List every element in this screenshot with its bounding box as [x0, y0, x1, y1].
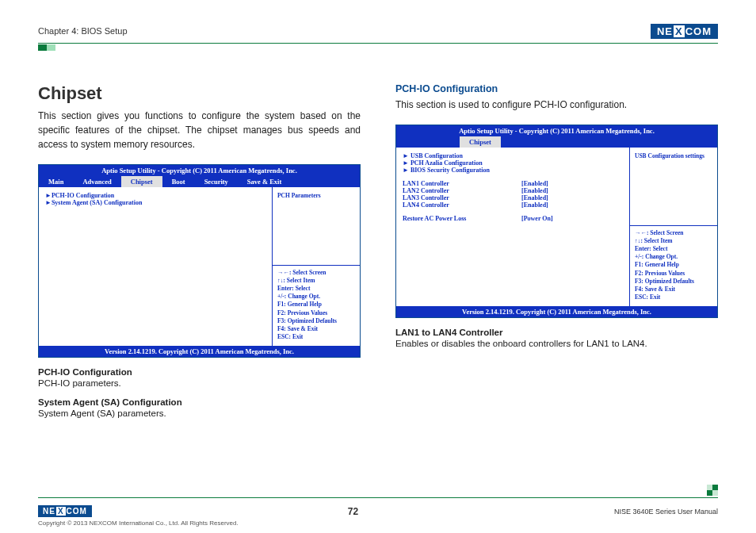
bios-title-2: Aptio Setup Utility - Copyright (C) 2011… — [396, 125, 717, 136]
copyright: Copyright © 2013 NEXCOM International Co… — [38, 520, 239, 527]
def-desc-lan: Enables or disables the onboard controll… — [395, 339, 718, 348]
pch-io-intro: This section is used to configure PCH-IO… — [395, 98, 718, 112]
section-title-chipset: Chipset — [38, 83, 361, 104]
chipset-intro: This section gives you functions to conf… — [38, 109, 361, 151]
bios-row-lan1[interactable]: LAN1 Controller[Enabled] — [403, 180, 623, 187]
bios-submenu-security[interactable]: ► BIOS Security Configuration — [403, 167, 623, 174]
bios-tab-row: Main Advanced Chipset Boot Security Save… — [39, 176, 360, 187]
bios-legend-2: →←: Select Screen ↑↓: Select Item Enter:… — [635, 229, 712, 301]
footer-brand-logo: NEXCOM — [38, 505, 92, 517]
page-number: 72 — [348, 506, 358, 517]
bios-tab-boot[interactable]: Boot — [162, 176, 195, 187]
bios-screenshot-pch-io: Aptio Setup Utility - Copyright (C) 2011… — [395, 125, 718, 318]
bios-side-hint: PCH Parameters — [277, 192, 355, 199]
bios-submenu-azalia[interactable]: ► PCH Azalia Configuration — [403, 159, 623, 167]
bios-side-hint-2: USB Configuration settings — [635, 152, 712, 159]
bios-menu-pch-io[interactable]: ►PCH-IO Configuration — [45, 192, 265, 199]
bios-row-lan4[interactable]: LAN4 Controller[Enabled] — [403, 201, 623, 209]
brand-logo: NEXCOM — [651, 24, 718, 39]
doc-title: NISE 3640E Series User Manual — [614, 508, 718, 516]
bios-tab-security[interactable]: Security — [195, 176, 238, 187]
bios-screenshot-chipset: Aptio Setup Utility - Copyright (C) 2011… — [38, 164, 361, 358]
corner-mark-bottom-right — [707, 485, 718, 496]
bios-footer-2: Version 2.14.1219. Copyright (C) 2011 Am… — [396, 306, 717, 317]
corner-mark-top-left — [38, 44, 55, 51]
bios-submenu-usb[interactable]: ► USB Configuration — [403, 152, 623, 159]
def-head-lan: LAN1 to LAN4 Controller — [395, 328, 718, 337]
brand-right: COM — [685, 25, 712, 37]
bios-tab-advanced[interactable]: Advanced — [73, 176, 120, 187]
bios-row-lan2[interactable]: LAN2 Controller[Enabled] — [403, 187, 623, 194]
brand-x: X — [674, 25, 685, 37]
def-head-sa: System Agent (SA) Configuration — [38, 397, 361, 407]
brand-left: NE — [657, 25, 673, 37]
bios-title: Aptio Setup Utility - Copyright (C) 2011… — [39, 165, 360, 176]
bios-tab-main[interactable]: Main — [39, 176, 73, 187]
section-title-pch-io: PCH-IO Configuration — [395, 83, 718, 94]
bios-footer: Version 2.14.1219. Copyright (C) 2011 Am… — [39, 346, 360, 357]
bios-tab-row-2: Chipset — [396, 136, 717, 148]
chapter-label: Chapter 4: BIOS Setup — [38, 26, 128, 36]
bios-menu-system-agent[interactable]: ►System Agent (SA) Configuration — [45, 199, 265, 206]
bios-tab-chipset-2[interactable]: Chipset — [460, 136, 501, 148]
bios-tab-chipset[interactable]: Chipset — [121, 176, 162, 187]
def-desc-sa: System Agent (SA) parameters. — [38, 408, 361, 418]
def-head-pch-io: PCH-IO Configuration — [38, 367, 361, 377]
bios-tab-save-exit[interactable]: Save & Exit — [238, 176, 291, 187]
def-desc-pch-io: PCH-IO parameters. — [38, 378, 361, 388]
bios-legend: →←: Select Screen ↑↓: Select Item Enter:… — [277, 269, 355, 341]
bios-row-lan3[interactable]: LAN3 Controller[Enabled] — [403, 194, 623, 201]
bios-row-restore-ac[interactable]: Restore AC Power Loss[Power On] — [403, 215, 623, 222]
